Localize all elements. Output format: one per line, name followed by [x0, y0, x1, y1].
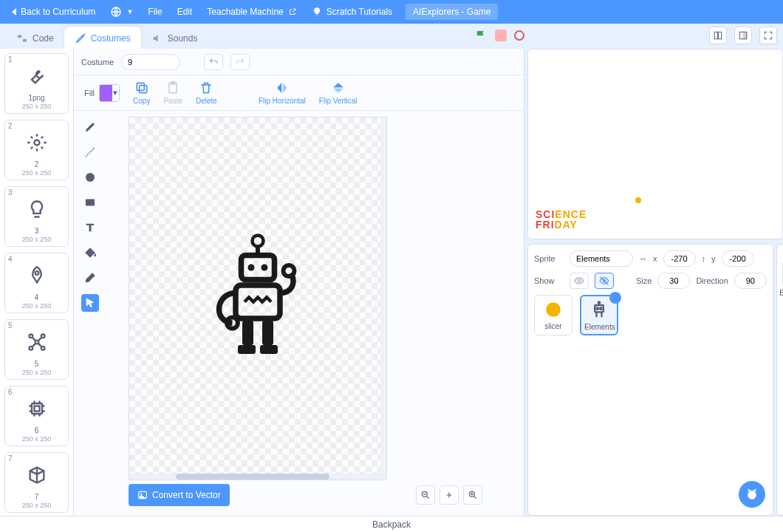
- show-hidden-button[interactable]: [595, 273, 614, 289]
- record-button[interactable]: [514, 30, 524, 41]
- sprite-x-input[interactable]: [663, 250, 696, 267]
- svg-point-31: [261, 265, 268, 271]
- redo-button[interactable]: [230, 54, 250, 70]
- fill-control[interactable]: Fill ▾: [84, 84, 120, 102]
- stage-preview[interactable]: SCIENCEFRIDAY: [527, 49, 783, 239]
- project-name[interactable]: AIExplorers - Game: [406, 4, 498, 20]
- backdrops-label: Backdrops: [779, 289, 783, 297]
- teachable-machine-link[interactable]: Teachable Machine: [199, 0, 304, 24]
- sprite-item-Elements[interactable]: Elements: [580, 295, 618, 335]
- svg-point-48: [600, 308, 601, 310]
- edit-menu[interactable]: Edit: [170, 0, 200, 24]
- tutorials-label: Scratch Tutorials: [326, 7, 392, 17]
- redo-icon: [235, 57, 245, 67]
- fullscreen-button[interactable]: [759, 27, 777, 44]
- canvas[interactable]: [129, 117, 387, 480]
- rect-tool[interactable]: [81, 194, 99, 211]
- cat-icon: [745, 487, 759, 502]
- back-to-curriculum[interactable]: Back to Curriculum: [4, 0, 103, 24]
- tutorials-menu[interactable]: Scratch Tutorials: [304, 0, 400, 24]
- delete-button[interactable]: Delete: [196, 81, 217, 105]
- svg-rect-4: [719, 32, 722, 38]
- fill-swatch[interactable]: ▾: [99, 84, 120, 102]
- select-tool[interactable]: [81, 294, 99, 312]
- costume-thumb-5[interactable]: 55250 x 250: [4, 319, 69, 380]
- costume-thumb-2[interactable]: 22250 x 250: [4, 120, 69, 180]
- svg-point-34: [284, 265, 295, 276]
- costume-list[interactable]: 11png250 x 25022250 x 25033250 x 2504425…: [0, 49, 74, 516]
- large-stage-button[interactable]: [734, 27, 752, 44]
- fill-tool[interactable]: [81, 244, 99, 262]
- image-icon: [137, 490, 148, 500]
- costume-name-input[interactable]: [121, 54, 180, 70]
- svg-rect-1: [18, 35, 21, 38]
- tabs-row: Code Costumes Sounds: [0, 24, 783, 49]
- costume-editor: Costume Fill ▾ Copy Paste Delete Flip Ho…: [74, 49, 524, 516]
- external-link-icon: [288, 7, 297, 16]
- small-stage-button[interactable]: [709, 27, 727, 44]
- toolbar: Fill ▾ Copy Paste Delete Flip Horizontal…: [74, 75, 524, 111]
- costume-thumb-label: 1png: [8, 94, 65, 103]
- canvas-scroll-v[interactable]: [380, 117, 386, 480]
- fill-tool-icon: [83, 246, 97, 259]
- svg-rect-35: [242, 321, 253, 345]
- brush-tool[interactable]: [81, 118, 99, 136]
- language-menu[interactable]: ▼: [103, 0, 140, 24]
- text-tool[interactable]: [81, 219, 99, 236]
- science-friday-logo: SCIENCEFRIDAY: [536, 210, 587, 230]
- svg-point-11: [29, 347, 33, 350]
- direction-label: Direction: [696, 276, 728, 285]
- costume-thumb-icon: [15, 193, 59, 225]
- canvas-scroll-h[interactable]: [129, 474, 386, 480]
- costume-thumb-icon: [15, 126, 59, 159]
- line-tool[interactable]: [81, 143, 99, 161]
- tab-code[interactable]: Code: [6, 27, 64, 49]
- file-menu[interactable]: File: [140, 0, 169, 24]
- circle-tool[interactable]: [81, 168, 99, 186]
- undo-icon: [208, 57, 219, 67]
- flip-v-button[interactable]: Flip Vertical: [319, 81, 358, 105]
- add-sprite-button[interactable]: [739, 481, 765, 508]
- convert-to-vector-button[interactable]: Convert to Vector: [129, 484, 230, 506]
- costume-number: 4: [8, 255, 13, 263]
- delete-sprite-button[interactable]: [609, 292, 621, 304]
- show-visible-button[interactable]: [570, 273, 589, 289]
- sprite-y-input[interactable]: [722, 250, 754, 267]
- costume-thumb-size: 250 x 250: [8, 236, 65, 243]
- flag-icon: [474, 29, 488, 42]
- sprite-name-input[interactable]: [570, 250, 633, 267]
- costume-thumb-3[interactable]: 33250 x 250: [4, 186, 69, 247]
- sprite-list: slicerElements: [534, 295, 767, 335]
- zoom-in-button[interactable]: [463, 485, 482, 505]
- paste-button[interactable]: Paste: [163, 81, 182, 105]
- eye-icon: [574, 276, 584, 286]
- zoom-reset-button[interactable]: [440, 485, 459, 505]
- backpack-bar[interactable]: Backpack: [0, 516, 783, 532]
- tool-palette: [74, 111, 126, 516]
- tab-costumes[interactable]: Costumes: [64, 27, 141, 49]
- large-stage-icon: [738, 30, 748, 41]
- undo-button[interactable]: [204, 54, 223, 70]
- copy-button[interactable]: Copy: [133, 81, 150, 105]
- sprite-item-label: Elements: [584, 323, 614, 331]
- costume-thumb-6[interactable]: 66250 x 250: [4, 386, 69, 446]
- sprite-item-slicer[interactable]: slicer: [534, 295, 572, 335]
- zoom-controls: [416, 485, 482, 505]
- zoom-out-button[interactable]: [416, 485, 435, 505]
- copy-icon: [134, 81, 149, 95]
- sprite-label: Sprite: [534, 254, 564, 263]
- green-flag-button[interactable]: [474, 29, 488, 42]
- costume-number: 7: [8, 454, 13, 463]
- eraser-tool[interactable]: [81, 269, 99, 287]
- svg-point-8: [35, 271, 38, 275]
- menubar: Back to Curriculum ▼ File Edit Teachable…: [0, 0, 783, 24]
- flip-h-button[interactable]: Flip Horizontal: [259, 81, 306, 105]
- costume-thumb-1[interactable]: 11png250 x 250: [4, 53, 69, 114]
- costume-thumb-7[interactable]: 77250 x 250: [4, 452, 69, 513]
- costume-thumb-4[interactable]: 44250 x 250: [4, 253, 69, 313]
- sprite-size-input[interactable]: [657, 273, 690, 289]
- tab-code-label: Code: [33, 33, 54, 44]
- sprite-direction-input[interactable]: [734, 273, 767, 289]
- stop-button[interactable]: [495, 30, 507, 41]
- tab-sounds[interactable]: Sounds: [141, 27, 208, 49]
